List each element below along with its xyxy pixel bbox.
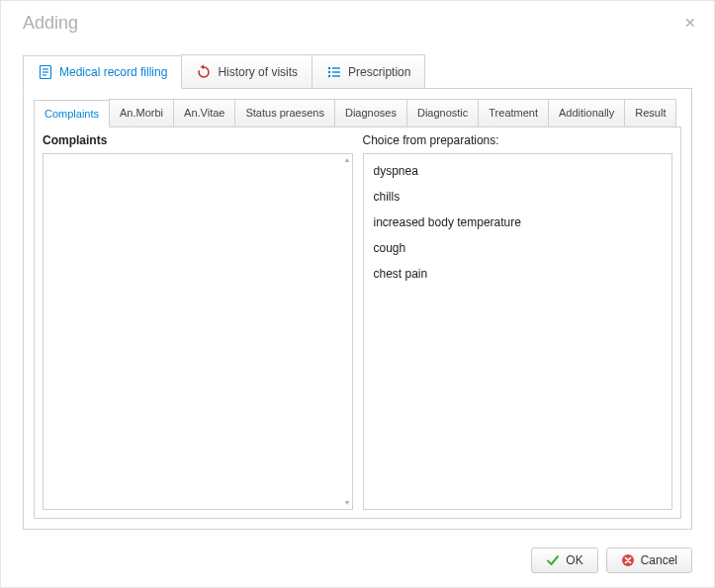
complaints-textarea[interactable] <box>47 158 348 505</box>
sub-tab-diagnostic[interactable]: Diagnostic <box>406 99 479 126</box>
titlebar: Adding ✕ <box>1 1 714 44</box>
cancel-button[interactable]: Cancel <box>606 547 692 573</box>
cancel-icon <box>621 553 635 567</box>
adding-dialog: Adding ✕ Medical record filling History … <box>0 0 715 588</box>
dialog-footer: OK Cancel <box>1 538 714 587</box>
document-icon <box>38 64 53 80</box>
complaints-column: Complaints ▴ ▾ <box>43 133 353 510</box>
list-item[interactable]: increased body temperature <box>364 211 672 237</box>
close-icon[interactable]: ✕ <box>680 13 700 33</box>
top-tabs: Medical record filling History of visits… <box>23 54 692 88</box>
sub-tab-label: Complaints <box>45 108 99 120</box>
button-label: OK <box>566 553 582 567</box>
list-item[interactable]: dyspnea <box>364 160 672 186</box>
top-tab-panel: Complaints An.Morbi An.Vitae Status prae… <box>23 88 692 530</box>
tab-history-of-visits[interactable]: History of visits <box>181 54 313 88</box>
dialog-title: Adding <box>23 13 78 34</box>
sub-tab-diagnoses[interactable]: Diagnoses <box>334 99 407 126</box>
sub-tab-label: Result <box>635 107 666 119</box>
sub-tab-status-praesens[interactable]: Status praesens <box>234 99 335 126</box>
sub-tab-an-vitae[interactable]: An.Vitae <box>173 99 235 126</box>
tab-label: Prescription <box>348 65 410 79</box>
tab-prescription[interactable]: Prescription <box>312 54 425 88</box>
tab-medical-record-filling[interactable]: Medical record filling <box>23 55 182 89</box>
choice-column: Choice from preparations: dyspnea chills… <box>363 133 673 510</box>
ok-button[interactable]: OK <box>531 547 597 573</box>
list-item[interactable]: chills <box>364 186 672 211</box>
content-area: Medical record filling History of visits… <box>1 44 714 538</box>
tab-label: History of visits <box>218 65 298 79</box>
complaints-box: ▴ ▾ <box>43 153 353 510</box>
sub-tab-label: Additionally <box>559 107 614 119</box>
choice-label: Choice from preparations: <box>363 133 673 149</box>
svg-point-6 <box>328 74 330 76</box>
list-item[interactable]: cough <box>364 237 672 263</box>
sub-tab-result[interactable]: Result <box>624 99 676 126</box>
sub-tab-panel: Complaints ▴ ▾ Choice from preparations:… <box>34 126 681 519</box>
svg-point-4 <box>328 66 330 68</box>
sub-tabs: Complaints An.Morbi An.Vitae Status prae… <box>34 99 681 126</box>
refresh-icon <box>196 64 212 80</box>
sub-tab-label: Diagnostic <box>417 107 468 119</box>
sub-tab-complaints[interactable]: Complaints <box>34 100 110 127</box>
button-label: Cancel <box>641 553 677 567</box>
sub-tab-label: An.Vitae <box>184 107 224 119</box>
spin-up-icon[interactable]: ▴ <box>342 155 352 165</box>
sub-tab-an-morbi[interactable]: An.Morbi <box>109 99 174 126</box>
sub-tab-label: An.Morbi <box>120 107 163 119</box>
list-icon <box>326 64 342 80</box>
tab-label: Medical record filling <box>59 65 167 79</box>
sub-tab-treatment[interactable]: Treatment <box>478 99 549 126</box>
sub-tab-label: Treatment <box>489 107 538 119</box>
svg-point-5 <box>328 70 330 72</box>
sub-tab-label: Status praesens <box>245 107 324 119</box>
complaints-label: Complaints <box>43 133 353 149</box>
sub-tab-additionally[interactable]: Additionally <box>548 99 625 126</box>
sub-tab-label: Diagnoses <box>345 107 397 119</box>
choice-list: dyspnea chills increased body temperatur… <box>363 153 673 510</box>
list-item[interactable]: chest pain <box>364 263 672 289</box>
spin-down-icon[interactable]: ▾ <box>342 498 352 508</box>
check-icon <box>546 553 560 567</box>
